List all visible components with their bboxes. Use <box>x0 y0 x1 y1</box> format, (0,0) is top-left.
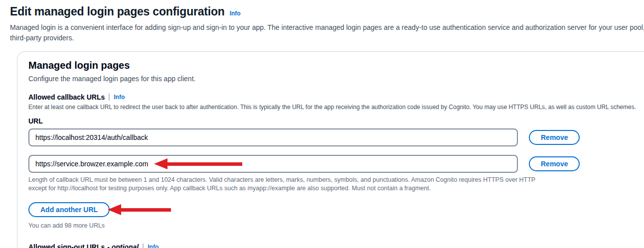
add-another-url-button[interactable]: Add another URL <box>28 202 110 217</box>
url-column-label: URL <box>28 117 644 125</box>
callback-url-constraint-text: Length of callback URL must be between 1… <box>28 176 537 192</box>
red-arrow-head <box>108 204 121 215</box>
callback-url-row-1: Remove <box>28 128 644 146</box>
label-divider <box>143 244 144 248</box>
allowed-callback-urls-header: Allowed callback URLs Info <box>28 93 644 101</box>
allowed-signout-urls-info-link[interactable]: Info <box>148 244 159 248</box>
label-divider <box>109 94 110 101</box>
page: Edit managed login pages configuration I… <box>0 0 644 248</box>
allowed-signout-urls-label: Allowed sign-out URLs <box>28 243 105 248</box>
page-title-info-link[interactable]: Info <box>230 10 241 17</box>
allowed-callback-urls-info-link[interactable]: Info <box>114 94 125 101</box>
allowed-signout-urls-header: Allowed sign-out URLs - optional Info <box>28 243 644 248</box>
callback-url-input-1[interactable] <box>28 128 518 146</box>
managed-login-pages-card: Managed login pages Configure the manage… <box>17 51 644 248</box>
callback-url-row-2: Remove <box>28 155 644 173</box>
red-arrow-pointer-add-button <box>108 204 171 215</box>
page-title: Edit managed login pages configuration <box>10 5 225 18</box>
card-title: Managed login pages <box>28 60 644 71</box>
add-url-row: Add another URL <box>28 202 644 217</box>
callback-url-input-2[interactable] <box>28 155 518 173</box>
page-description-line1: Managed login is a convenient interface … <box>10 22 644 33</box>
page-header: Edit managed login pages configuration I… <box>10 5 644 18</box>
url-count-hint: You can add 98 more URLs <box>28 222 644 230</box>
red-arrow-tail <box>121 208 171 212</box>
remove-url-button-2[interactable]: Remove <box>529 156 580 171</box>
card-subtitle: Configure the managed login pages for th… <box>28 75 644 83</box>
remove-url-button-1[interactable]: Remove <box>529 130 580 145</box>
callback-urls-description: Enter at least one callback URL to redir… <box>28 104 644 111</box>
page-description: Managed login is a convenient interface … <box>10 22 644 43</box>
page-description-line2: third-party providers. <box>10 33 644 43</box>
optional-suffix: - optional <box>107 243 139 248</box>
allowed-callback-urls-label: Allowed callback URLs <box>28 93 105 101</box>
